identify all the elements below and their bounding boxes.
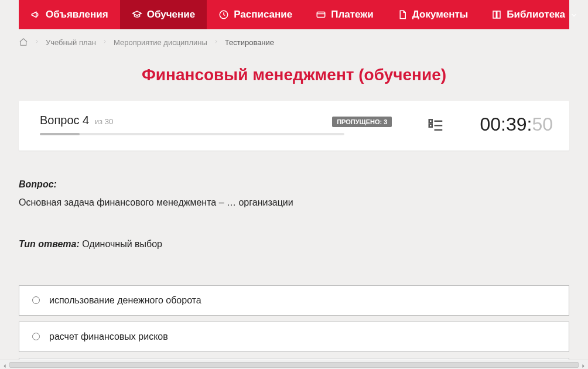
home-icon[interactable] bbox=[19, 37, 28, 47]
main-nav: Объявления Обучение Расписание bbox=[19, 0, 569, 29]
clock-icon bbox=[218, 9, 229, 20]
nav-label: Документы bbox=[412, 9, 469, 20]
graduation-icon bbox=[132, 9, 142, 20]
question-label-row: Вопрос: bbox=[19, 176, 569, 192]
breadcrumb-item[interactable]: Учебный план bbox=[46, 38, 96, 47]
progress-fill bbox=[40, 133, 80, 135]
horizontal-scrollbar[interactable] bbox=[0, 360, 588, 369]
nav-tab-schedule[interactable]: Расписание bbox=[207, 0, 304, 29]
scroll-left-icon[interactable] bbox=[1, 361, 8, 368]
svg-rect-1 bbox=[317, 12, 325, 18]
answer-radio[interactable] bbox=[32, 333, 40, 340]
answer-type-row: Тип ответа: Одиночный выбор bbox=[19, 236, 569, 252]
chevron-down-icon bbox=[570, 11, 578, 19]
question-list-icon[interactable] bbox=[427, 116, 445, 134]
svg-rect-2 bbox=[429, 119, 432, 122]
answer-option[interactable]: расчет финансовых рисков bbox=[19, 322, 569, 352]
nav-tab-documents[interactable]: Документы bbox=[385, 0, 480, 29]
skipped-badge: ПРОПУЩЕНО: 3 bbox=[332, 117, 392, 127]
nav-label: Платежи bbox=[331, 9, 374, 20]
chevron-right-icon bbox=[34, 38, 40, 46]
nav-tab-learning[interactable]: Обучение bbox=[120, 0, 207, 29]
breadcrumb-item[interactable]: Мероприятие дисциплины bbox=[114, 38, 207, 47]
nav-label: Обучение bbox=[147, 9, 195, 20]
breadcrumb-item-current: Тестирование bbox=[225, 38, 274, 47]
answer-type-value: Одиночный выбор bbox=[82, 239, 162, 249]
card-icon bbox=[316, 9, 326, 20]
document-icon bbox=[397, 9, 408, 20]
nav-tab-announcements[interactable]: Объявления bbox=[19, 0, 120, 29]
answer-radio[interactable] bbox=[32, 296, 40, 304]
scrollbar-thumb[interactable] bbox=[9, 362, 579, 368]
progress-bar bbox=[40, 133, 344, 135]
book-icon bbox=[491, 9, 502, 20]
nav-label: Расписание bbox=[234, 9, 292, 20]
chevron-right-icon bbox=[102, 38, 108, 46]
answers-list: использование денежного оборота расчет ф… bbox=[19, 285, 569, 360]
answer-type-label: Тип ответа: bbox=[19, 239, 80, 249]
question-label: Вопрос: bbox=[19, 179, 57, 189]
nav-label: Объявления bbox=[46, 9, 108, 20]
answer-option[interactable]: использование денежного оборота bbox=[19, 285, 569, 316]
breadcrumb: Учебный план Мероприятие дисциплины Тест… bbox=[19, 29, 569, 53]
answer-text: расчет финансовых рисков bbox=[49, 332, 168, 342]
quiz-status-card: Вопрос 4 из 30 ПРОПУЩЕНО: 3 bbox=[19, 101, 569, 151]
megaphone-icon bbox=[30, 9, 41, 20]
page-title: Финансовый менеджмент (обучение) bbox=[19, 66, 569, 84]
question-counter: Вопрос 4 из 30 bbox=[40, 114, 113, 127]
nav-label: Библиотека bbox=[507, 9, 565, 20]
question-text: Основная задача финансового менеджмента … bbox=[19, 194, 569, 210]
nav-tab-library[interactable]: Библиотека bbox=[480, 0, 588, 29]
answer-text: использование денежного оборота bbox=[49, 295, 201, 306]
svg-rect-3 bbox=[429, 124, 432, 127]
chevron-right-icon bbox=[213, 38, 219, 46]
nav-tab-payments[interactable]: Платежи bbox=[304, 0, 385, 29]
timer: 00:39:50 bbox=[480, 114, 553, 135]
scroll-right-icon[interactable] bbox=[580, 361, 587, 368]
